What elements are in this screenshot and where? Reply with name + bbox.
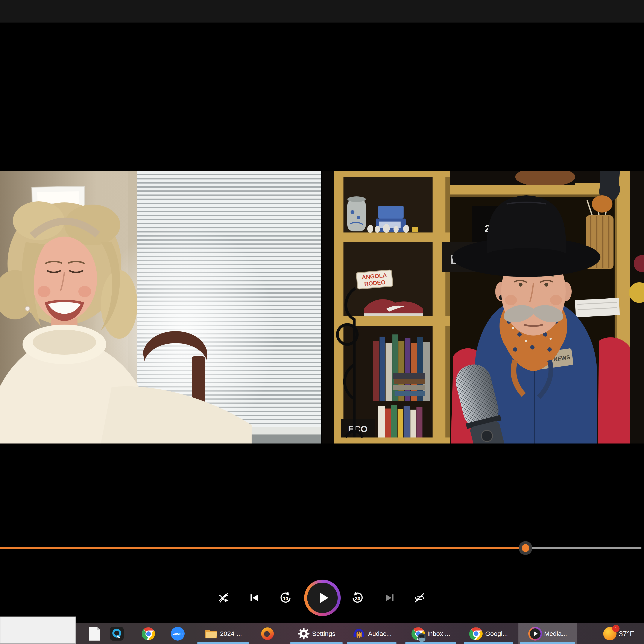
shuffle-off-button[interactable] [217,591,231,605]
rewind-10-icon: 10 [279,591,292,605]
audacity-label: Audac... [368,630,392,637]
settings-label: Settings [312,630,335,637]
gear-icon [298,627,310,640]
taskbar-chrome-app[interactable] [139,623,158,644]
quik-icon [110,627,124,641]
previous-track-icon [249,592,261,604]
taskbar-weather-widget[interactable]: 1 37°F [595,623,643,644]
running-indicator [197,642,249,644]
media-player-icon [528,627,542,641]
folder-icon [204,627,218,641]
next-track-icon [383,592,395,604]
bookshelf-left-unit: ANGOLA RODEO [334,171,450,444]
weather-temp: 37°F [619,630,634,638]
running-indicator [520,642,575,644]
document-icon [89,627,100,641]
video-surface[interactable]: ANGOLA RODEO [0,171,644,444]
audacity-icon [352,627,366,641]
rewind-10-button[interactable]: 10 [279,591,292,605]
taskbar: zoom 2024-... [0,623,644,644]
profile-avatar [418,633,426,642]
taskbar-swirl-app[interactable] [257,623,278,644]
folder-label: 2024-... [220,630,242,637]
video-right-participant: ANGOLA RODEO [322,171,644,444]
svg-text:10: 10 [283,596,288,601]
running-indicator [464,642,513,644]
repeat-off-icon [413,592,425,604]
taskbar-zoom-app[interactable]: zoom [168,623,187,644]
progress-fill [0,547,526,549]
window-titlebar [0,0,644,23]
taskbar-document-app[interactable] [85,623,104,644]
taskbar-chrome-inbox[interactable]: Inbox ... [403,623,459,644]
inbox-label: Inbox ... [427,630,450,637]
repeat-off-button[interactable] [413,591,426,605]
play-icon [315,590,330,605]
zoom-icon: zoom [171,627,185,641]
background-window-corner[interactable] [0,617,76,644]
running-indicator [347,642,396,644]
svg-text:30: 30 [355,596,360,601]
notification-badge: 1 [612,625,620,632]
previous-track-button[interactable] [248,591,261,605]
chrome-icon [469,627,483,641]
chrome-icon [142,627,155,641]
taskbar-chrome-google[interactable]: Googl... [462,623,516,644]
angola-rodeo-sign: ANGOLA RODEO [356,270,393,289]
shuffle-off-icon [218,592,230,604]
running-indicator [405,642,456,644]
taskbar-quik-app[interactable] [107,623,126,644]
weather-sun-icon: 1 [603,627,617,640]
running-indicator [290,642,343,644]
taskbar-settings-app[interactable]: Settings [288,623,345,644]
next-track-button-disabled[interactable] [383,591,396,605]
google-label: Googl... [485,630,508,637]
screen: ANGOLA RODEO [0,0,644,644]
media-label: Media... [544,630,567,637]
chrome-profile-icon [412,627,425,641]
forward-30-icon: 30 [351,591,364,605]
orange-swirl-icon [261,627,274,641]
blue-tins [376,206,406,232]
play-button[interactable] [304,580,341,616]
video-left-participant [0,171,321,444]
paper-stack [575,298,620,317]
ceramic-crock [347,196,366,231]
taskbar-folder-2024[interactable]: 2024-... [194,623,252,644]
pearl-earring [25,306,30,311]
taskbar-media-player-active[interactable]: Media... [518,623,577,644]
forward-30-button[interactable]: 30 [351,591,365,605]
taskbar-audacity-app[interactable]: Audac... [345,623,399,644]
progress-handle[interactable] [519,541,532,555]
